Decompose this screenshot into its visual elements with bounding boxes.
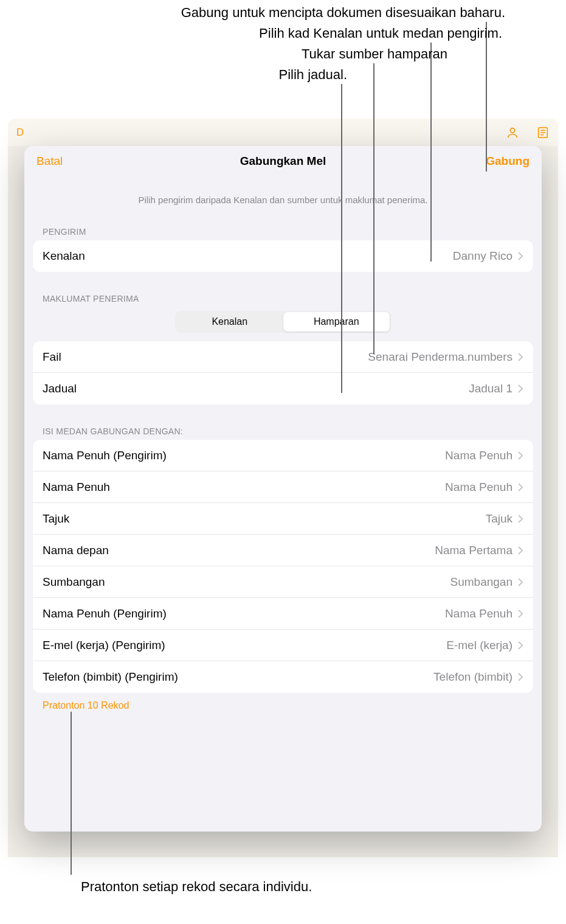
field-mapping-row[interactable]: SumbanganSumbangan (33, 566, 533, 598)
preview-records-link[interactable]: Pratonton 10 Rekod (33, 693, 533, 718)
svg-point-0 (510, 128, 514, 132)
field-mapping-row[interactable]: Nama Penuh (Pengirim)Nama Penuh (33, 598, 533, 630)
recipient-source-segment[interactable]: Kenalan Hamparan (175, 311, 391, 333)
table-label: Jadual (43, 382, 77, 395)
field-value: Nama Penuh (445, 449, 513, 462)
field-value: Nama Pertama (435, 544, 513, 557)
chevron-right-icon (517, 641, 523, 650)
merge-button[interactable]: Gabung (486, 155, 530, 168)
callout-sender-card: Pilih kad Kenalan untuk medan pengirim. (0, 23, 566, 44)
mail-merge-modal: Batal Gabungkan Mel Gabung Pilih pengiri… (24, 146, 542, 832)
callout-merge: Gabung untuk mencipta dokumen disesuaika… (0, 2, 566, 23)
sender-contact-value: Danny Rico (453, 249, 513, 263)
callout-preview: Pratonton setiap rekod secara individu. (81, 879, 312, 895)
file-label: Fail (43, 350, 61, 364)
note-icon (536, 126, 550, 139)
modal-body: Pilih pengirim daripada Kenalan dan sumb… (24, 176, 542, 832)
table-row[interactable]: Jadual Jadual 1 (33, 373, 533, 405)
section-label-sender: PENGIRIM (33, 221, 533, 240)
toolbar-back-letter: D (16, 127, 24, 139)
chevron-right-icon (517, 352, 523, 362)
section-label-recipient: MAKLUMAT PENERIMA (33, 288, 533, 307)
field-label: Nama Penuh (Pengirim) (43, 607, 167, 620)
file-row[interactable]: Fail Senarai Penderma.numbers (33, 341, 533, 373)
field-label: Telefon (bimbit) (Pengirim) (43, 670, 178, 684)
field-label: Tajuk (43, 512, 69, 526)
chevron-right-icon (517, 451, 523, 460)
field-mapping-row[interactable]: Nama depanNama Pertama (33, 535, 533, 566)
chevron-right-icon (517, 482, 523, 492)
chevron-right-icon (517, 672, 523, 682)
field-label: E-mel (kerja) (Pengirim) (43, 639, 165, 652)
chevron-right-icon (517, 514, 523, 524)
cancel-button[interactable]: Batal (36, 155, 63, 168)
callout-spreadsheet-source: Tukar sumber hamparan (0, 44, 566, 64)
field-mapping-row[interactable]: Nama Penuh (Pengirim)Nama Penuh (33, 440, 533, 471)
modal-header: Batal Gabungkan Mel Gabung (24, 146, 542, 176)
field-label: Nama depan (43, 544, 109, 557)
callout-line (341, 84, 342, 393)
callout-group-top: Gabung untuk mencipta dokumen disesuaika… (0, 0, 566, 85)
app-toolbar: D (8, 119, 558, 146)
chevron-right-icon (517, 251, 523, 261)
segment-contacts[interactable]: Kenalan (176, 312, 283, 332)
file-value: Senarai Penderma.numbers (368, 350, 513, 364)
field-mapping-row[interactable]: Telefon (bimbit) (Pengirim)Telefon (bimb… (33, 661, 533, 693)
collab-icon (506, 126, 519, 139)
callout-line (373, 63, 374, 354)
field-value: Telefon (bimbit) (433, 670, 513, 684)
field-value: Tajuk (486, 512, 513, 526)
field-label: Nama Penuh (43, 481, 110, 494)
chevron-right-icon (517, 609, 523, 619)
chevron-right-icon (517, 546, 523, 555)
field-label: Sumbangan (43, 575, 105, 589)
toolbar-icons (506, 126, 550, 139)
instruction-text: Pilih pengirim daripada Kenalan dan sumb… (33, 176, 533, 221)
sender-contact-row[interactable]: Kenalan Danny Rico (33, 240, 533, 272)
section-label-fields: ISI MEDAN GABUNGAN DENGAN: (33, 420, 533, 440)
chevron-right-icon (517, 577, 523, 587)
field-label: Nama Penuh (Pengirim) (43, 449, 167, 462)
field-value: E-mel (kerja) (446, 639, 513, 652)
callout-table: Pilih jadual. (0, 64, 566, 85)
recipient-source-segment-wrap: Kenalan Hamparan (33, 307, 533, 341)
table-value: Jadual 1 (469, 382, 513, 395)
field-value: Nama Penuh (445, 481, 513, 494)
callout-line (71, 712, 72, 875)
fields-group: Nama Penuh (Pengirim)Nama PenuhNama Penu… (33, 440, 533, 693)
chevron-right-icon (517, 384, 523, 394)
field-value: Nama Penuh (445, 607, 513, 620)
recipient-group: Fail Senarai Penderma.numbers Jadual Jad… (33, 341, 533, 405)
sender-contact-label: Kenalan (43, 249, 85, 263)
field-mapping-row[interactable]: Nama PenuhNama Penuh (33, 471, 533, 503)
field-mapping-row[interactable]: E-mel (kerja) (Pengirim)E-mel (kerja) (33, 630, 533, 661)
field-value: Sumbangan (450, 575, 513, 589)
sender-group: Kenalan Danny Rico (33, 240, 533, 272)
field-mapping-row[interactable]: TajukTajuk (33, 503, 533, 535)
modal-title: Gabungkan Mel (24, 155, 542, 168)
